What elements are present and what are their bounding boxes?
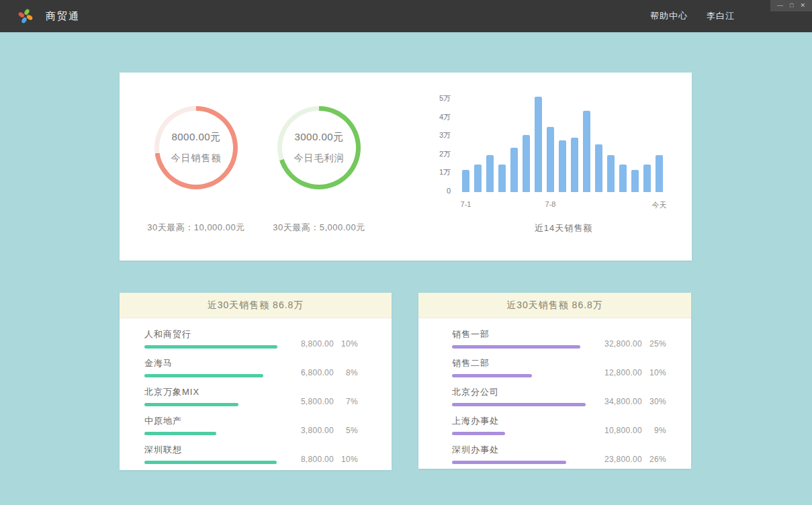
chart-bar bbox=[607, 155, 615, 192]
today-profit-gauge-ring: 3000.00元 今日毛利润 bbox=[277, 106, 361, 189]
ranking-row-percent: 7% bbox=[334, 397, 358, 406]
x-axis-labels: 7-17-8今天 bbox=[462, 200, 665, 210]
app-title: 商贸通 bbox=[46, 10, 80, 23]
ranking-row-bar bbox=[144, 374, 263, 377]
ranking-row: 北京分公司34,800.0030% bbox=[452, 386, 666, 406]
ranking-row-value: 3,800.005% bbox=[301, 426, 358, 435]
ranking-rows: 销售一部32,800.0025%销售二部12,800.0010%北京分公司34,… bbox=[418, 318, 691, 464]
today-profit-label: 今日毛利润 bbox=[294, 152, 345, 165]
top-menu: 帮助中心 李白江 bbox=[650, 8, 735, 24]
ranking-row-value: 8,800.0010% bbox=[301, 339, 358, 349]
ranking-row-name: 人和商贸行 bbox=[144, 328, 277, 340]
ranking-row-left: 深圳办事处 bbox=[452, 444, 566, 464]
chart-bar bbox=[559, 140, 566, 192]
ranking-row-amount: 34,800.00 bbox=[604, 397, 642, 406]
ranking-row-value: 8,800.0010% bbox=[301, 455, 358, 464]
ranking-row: 深圳办事处23,800.0026% bbox=[452, 444, 666, 464]
ranking-row: 深圳联想8,800.0010% bbox=[144, 444, 358, 464]
department-sales-ranking-card: 近30天销售额 86.8万 销售一部32,800.0025%销售二部12,800… bbox=[418, 293, 691, 469]
ranking-row-amount: 8,800.00 bbox=[301, 339, 334, 349]
brand: 商贸通 bbox=[17, 0, 80, 32]
today-profit-30day-max: 30天最高：5,000.00元 bbox=[252, 222, 386, 234]
ranking-row-amount: 32,800.00 bbox=[604, 339, 642, 349]
ranking-row-value: 23,800.0026% bbox=[604, 455, 666, 464]
ranking-row-left: 北京分公司 bbox=[452, 386, 586, 406]
ranking-row-name: 深圳办事处 bbox=[452, 444, 566, 456]
ranking-row-bar bbox=[452, 345, 580, 349]
today-sales-value: 8000.00元 bbox=[171, 131, 220, 144]
ranking-row-left: 中原地产 bbox=[144, 415, 216, 435]
ranking-row-name: 销售一部 bbox=[452, 328, 580, 340]
ranking-row-name: 北京分公司 bbox=[452, 386, 586, 398]
chart-bar bbox=[643, 165, 651, 192]
today-profit-gauge-center: 3000.00元 今日毛利润 bbox=[282, 111, 356, 185]
ranking-row-amount: 3,800.00 bbox=[301, 426, 334, 435]
chart-bar bbox=[595, 144, 602, 192]
today-sales-label: 今日销售额 bbox=[171, 152, 222, 165]
ranking-row-percent: 26% bbox=[642, 455, 666, 464]
today-sales-gauge-center: 8000.00元 今日销售额 bbox=[159, 111, 233, 185]
ranking-row-percent: 30% bbox=[642, 397, 666, 406]
today-profit-value: 3000.00元 bbox=[294, 131, 343, 144]
chart-bar bbox=[498, 165, 506, 192]
window-controls: — □ ✕ bbox=[770, 0, 812, 11]
chart-bar bbox=[486, 155, 494, 192]
bar-chart-plot bbox=[462, 95, 665, 192]
ranking-row: 金海马6,800.008% bbox=[144, 357, 358, 377]
x-axis-tick: 7-8 bbox=[545, 200, 556, 208]
ranking-card-title: 近30天销售额 86.8万 bbox=[418, 293, 691, 318]
app-logo-icon bbox=[17, 8, 34, 24]
ranking-row: 人和商贸行8,800.0010% bbox=[144, 328, 358, 349]
y-axis-tick: 4万 bbox=[439, 113, 451, 121]
chart-bar bbox=[571, 138, 578, 192]
ranking-row-bar bbox=[144, 345, 277, 349]
chart-bar bbox=[474, 165, 482, 192]
ranking-row-left: 上海办事处 bbox=[452, 415, 505, 435]
ranking-row-amount: 5,800.00 bbox=[301, 397, 334, 406]
ranking-row-bar bbox=[452, 374, 532, 377]
ranking-row-percent: 8% bbox=[334, 368, 358, 377]
ranking-row-bar bbox=[144, 432, 216, 435]
ranking-row: 销售一部32,800.0025% bbox=[452, 328, 666, 349]
close-button[interactable]: ✕ bbox=[800, 3, 805, 9]
ranking-row-name: 深圳联想 bbox=[144, 444, 277, 456]
today-sales-gauge-block: 8000.00元 今日销售额 30天最高：10,000.00元 bbox=[129, 106, 263, 234]
ranking-row-name: 中原地产 bbox=[144, 415, 216, 427]
ranking-row-value: 34,800.0030% bbox=[604, 397, 666, 406]
x-axis-tick: 7-1 bbox=[461, 200, 471, 208]
chart-bar bbox=[631, 170, 639, 192]
ranking-row-bar bbox=[452, 403, 586, 406]
current-user-link[interactable]: 李白江 bbox=[707, 10, 735, 22]
minimize-button[interactable]: — bbox=[777, 3, 783, 9]
ranking-rows: 人和商贸行8,800.0010%金海马6,800.008%北京万象MIX5,80… bbox=[120, 318, 392, 464]
ranking-row-percent: 5% bbox=[334, 426, 358, 435]
y-axis-tick: 5万 bbox=[439, 95, 451, 102]
ranking-row-amount: 23,800.00 bbox=[604, 455, 642, 464]
ranking-row-percent: 25% bbox=[642, 339, 666, 349]
y-axis-tick: 3万 bbox=[439, 132, 451, 139]
ranking-row: 中原地产3,800.005% bbox=[144, 415, 358, 435]
ranking-row-name: 北京万象MIX bbox=[144, 386, 238, 398]
chart-bar bbox=[535, 97, 542, 193]
ranking-row-value: 12,800.0010% bbox=[604, 368, 666, 377]
today-sales-30day-max: 30天最高：10,000.00元 bbox=[129, 222, 263, 234]
overview-card: 8000.00元 今日销售额 30天最高：10,000.00元 3000.00元… bbox=[120, 73, 692, 261]
ranking-row-amount: 12,800.00 bbox=[604, 368, 642, 377]
titlebar: 商贸通 帮助中心 李白江 — □ ✕ bbox=[0, 0, 812, 32]
today-profit-gauge-block: 3000.00元 今日毛利润 30天最高：5,000.00元 bbox=[252, 106, 386, 234]
ranking-row-left: 销售二部 bbox=[452, 357, 532, 377]
ranking-row-left: 人和商贸行 bbox=[144, 328, 277, 349]
x-axis-tick: 今天 bbox=[652, 200, 667, 210]
ranking-row-percent: 10% bbox=[334, 455, 358, 464]
dashboard: 8000.00元 今日销售额 30天最高：10,000.00元 3000.00元… bbox=[0, 32, 812, 505]
y-axis-tick: 1万 bbox=[439, 169, 451, 176]
ranking-row-left: 金海马 bbox=[144, 357, 263, 377]
ranking-row-name: 上海办事处 bbox=[452, 415, 505, 427]
y-axis-labels: 5万4万3万2万1万0 bbox=[418, 95, 451, 195]
ranking-row-value: 32,800.0025% bbox=[604, 339, 666, 349]
ranking-row-amount: 6,800.00 bbox=[301, 368, 334, 377]
chart-bar bbox=[656, 155, 663, 192]
y-axis-tick: 2万 bbox=[439, 150, 451, 158]
help-center-link[interactable]: 帮助中心 bbox=[650, 10, 688, 22]
maximize-button[interactable]: □ bbox=[790, 3, 793, 9]
